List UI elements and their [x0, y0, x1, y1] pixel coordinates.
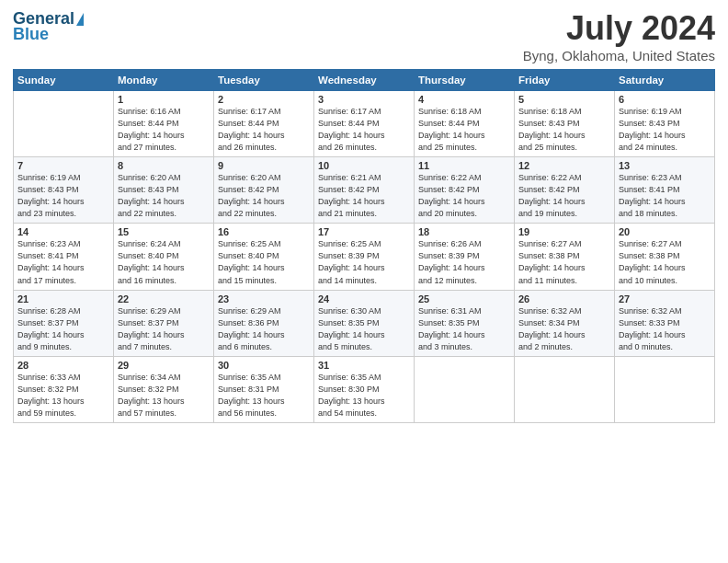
day-number: 22: [118, 293, 210, 304]
calendar-cell: 17Sunrise: 6:25 AM Sunset: 8:39 PM Dayli…: [314, 224, 415, 290]
day-info: Sunrise: 6:21 AM Sunset: 8:42 PM Dayligh…: [318, 172, 410, 220]
header-cell-tuesday: Tuesday: [214, 70, 314, 91]
day-number: 31: [318, 360, 410, 371]
calendar-cell: [415, 356, 515, 422]
page-container: General Blue July 2024 Byng, Oklahoma, U…: [0, 0, 728, 431]
day-number: 17: [318, 226, 410, 237]
logo-arrow-icon: [76, 13, 84, 26]
day-info: Sunrise: 6:25 AM Sunset: 8:40 PM Dayligh…: [218, 238, 310, 286]
week-row-5: 28Sunrise: 6:33 AM Sunset: 8:32 PM Dayli…: [14, 356, 715, 422]
day-number: 7: [17, 160, 109, 171]
logo: General Blue: [13, 9, 84, 44]
day-info: Sunrise: 6:30 AM Sunset: 8:35 PM Dayligh…: [318, 305, 410, 353]
week-row-1: 1Sunrise: 6:16 AM Sunset: 8:44 PM Daylig…: [14, 91, 715, 157]
day-number: 12: [518, 160, 610, 171]
calendar-cell: 6Sunrise: 6:19 AM Sunset: 8:43 PM Daylig…: [615, 91, 715, 157]
calendar-cell: 19Sunrise: 6:27 AM Sunset: 8:38 PM Dayli…: [515, 224, 615, 290]
day-number: 11: [418, 160, 510, 171]
day-number: 1: [118, 94, 210, 105]
day-info: Sunrise: 6:35 AM Sunset: 8:30 PM Dayligh…: [318, 372, 410, 419]
day-info: Sunrise: 6:33 AM Sunset: 8:32 PM Dayligh…: [17, 372, 109, 419]
calendar-cell: 13Sunrise: 6:23 AM Sunset: 8:41 PM Dayli…: [615, 157, 715, 224]
calendar-cell: 28Sunrise: 6:33 AM Sunset: 8:32 PM Dayli…: [14, 356, 114, 422]
day-number: 29: [118, 360, 210, 371]
day-number: 24: [318, 293, 410, 304]
day-number: 30: [218, 360, 310, 371]
day-info: Sunrise: 6:29 AM Sunset: 8:36 PM Dayligh…: [218, 305, 310, 353]
day-info: Sunrise: 6:22 AM Sunset: 8:42 PM Dayligh…: [418, 172, 510, 220]
day-info: Sunrise: 6:27 AM Sunset: 8:38 PM Dayligh…: [619, 238, 711, 286]
calendar-cell: 3Sunrise: 6:17 AM Sunset: 8:44 PM Daylig…: [314, 91, 415, 157]
day-info: Sunrise: 6:32 AM Sunset: 8:34 PM Dayligh…: [518, 305, 610, 353]
calendar-cell: [14, 91, 114, 157]
day-number: 16: [218, 226, 310, 237]
subtitle: Byng, Oklahoma, United States: [523, 48, 715, 63]
header-cell-sunday: Sunday: [14, 70, 114, 91]
main-title: July 2024: [523, 9, 715, 48]
calendar-cell: 24Sunrise: 6:30 AM Sunset: 8:35 PM Dayli…: [314, 290, 415, 356]
day-info: Sunrise: 6:19 AM Sunset: 8:43 PM Dayligh…: [17, 172, 109, 220]
calendar-cell: 21Sunrise: 6:28 AM Sunset: 8:37 PM Dayli…: [14, 290, 114, 356]
day-info: Sunrise: 6:20 AM Sunset: 8:42 PM Dayligh…: [218, 172, 310, 220]
day-number: 2: [218, 94, 310, 105]
calendar-cell: 27Sunrise: 6:32 AM Sunset: 8:33 PM Dayli…: [615, 290, 715, 356]
day-number: 5: [518, 94, 610, 105]
calendar-cell: 16Sunrise: 6:25 AM Sunset: 8:40 PM Dayli…: [214, 224, 314, 290]
day-number: 28: [17, 360, 109, 371]
calendar-cell: 15Sunrise: 6:24 AM Sunset: 8:40 PM Dayli…: [114, 224, 214, 290]
day-number: 10: [318, 160, 410, 171]
day-info: Sunrise: 6:34 AM Sunset: 8:32 PM Dayligh…: [118, 372, 210, 419]
day-number: 25: [418, 293, 510, 304]
calendar-cell: 1Sunrise: 6:16 AM Sunset: 8:44 PM Daylig…: [114, 91, 214, 157]
day-info: Sunrise: 6:18 AM Sunset: 8:43 PM Dayligh…: [518, 106, 610, 154]
day-info: Sunrise: 6:17 AM Sunset: 8:44 PM Dayligh…: [218, 106, 310, 154]
day-info: Sunrise: 6:32 AM Sunset: 8:33 PM Dayligh…: [619, 305, 711, 353]
day-number: 15: [118, 226, 210, 237]
calendar-cell: 22Sunrise: 6:29 AM Sunset: 8:37 PM Dayli…: [114, 290, 214, 356]
logo-blue-text: Blue: [13, 25, 49, 44]
header-row: SundayMondayTuesdayWednesdayThursdayFrid…: [14, 70, 715, 91]
calendar-cell: 31Sunrise: 6:35 AM Sunset: 8:30 PM Dayli…: [314, 356, 415, 422]
week-row-2: 7Sunrise: 6:19 AM Sunset: 8:43 PM Daylig…: [14, 157, 715, 224]
day-info: Sunrise: 6:27 AM Sunset: 8:38 PM Dayligh…: [518, 238, 610, 286]
calendar-cell: 12Sunrise: 6:22 AM Sunset: 8:42 PM Dayli…: [515, 157, 615, 224]
day-info: Sunrise: 6:16 AM Sunset: 8:44 PM Dayligh…: [118, 106, 210, 154]
day-number: 3: [318, 94, 410, 105]
day-number: 8: [118, 160, 210, 171]
header-cell-monday: Monday: [114, 70, 214, 91]
day-number: 6: [619, 94, 711, 105]
calendar-cell: [515, 356, 615, 422]
header-cell-thursday: Thursday: [415, 70, 515, 91]
calendar-cell: 9Sunrise: 6:20 AM Sunset: 8:42 PM Daylig…: [214, 157, 314, 224]
day-info: Sunrise: 6:25 AM Sunset: 8:39 PM Dayligh…: [318, 238, 410, 286]
header-cell-saturday: Saturday: [615, 70, 715, 91]
calendar-cell: 5Sunrise: 6:18 AM Sunset: 8:43 PM Daylig…: [515, 91, 615, 157]
week-row-4: 21Sunrise: 6:28 AM Sunset: 8:37 PM Dayli…: [14, 290, 715, 356]
day-number: 21: [17, 293, 109, 304]
calendar-cell: 23Sunrise: 6:29 AM Sunset: 8:36 PM Dayli…: [214, 290, 314, 356]
day-info: Sunrise: 6:23 AM Sunset: 8:41 PM Dayligh…: [17, 238, 109, 286]
day-info: Sunrise: 6:22 AM Sunset: 8:42 PM Dayligh…: [518, 172, 610, 220]
calendar-cell: 11Sunrise: 6:22 AM Sunset: 8:42 PM Dayli…: [415, 157, 515, 224]
day-number: 13: [619, 160, 711, 171]
calendar-cell: 30Sunrise: 6:35 AM Sunset: 8:31 PM Dayli…: [214, 356, 314, 422]
day-number: 18: [418, 226, 510, 237]
day-info: Sunrise: 6:19 AM Sunset: 8:43 PM Dayligh…: [619, 106, 711, 154]
day-info: Sunrise: 6:31 AM Sunset: 8:35 PM Dayligh…: [418, 305, 510, 353]
calendar-cell: 25Sunrise: 6:31 AM Sunset: 8:35 PM Dayli…: [415, 290, 515, 356]
calendar-cell: 18Sunrise: 6:26 AM Sunset: 8:39 PM Dayli…: [415, 224, 515, 290]
day-info: Sunrise: 6:24 AM Sunset: 8:40 PM Dayligh…: [118, 238, 210, 286]
day-number: 19: [518, 226, 610, 237]
day-number: 4: [418, 94, 510, 105]
day-info: Sunrise: 6:17 AM Sunset: 8:44 PM Dayligh…: [318, 106, 410, 154]
calendar-cell: 20Sunrise: 6:27 AM Sunset: 8:38 PM Dayli…: [615, 224, 715, 290]
day-info: Sunrise: 6:29 AM Sunset: 8:37 PM Dayligh…: [118, 305, 210, 353]
day-number: 27: [619, 293, 711, 304]
week-row-3: 14Sunrise: 6:23 AM Sunset: 8:41 PM Dayli…: [14, 224, 715, 290]
day-number: 14: [17, 226, 109, 237]
day-info: Sunrise: 6:35 AM Sunset: 8:31 PM Dayligh…: [218, 372, 310, 419]
header: General Blue July 2024 Byng, Oklahoma, U…: [13, 9, 715, 63]
calendar-cell: 8Sunrise: 6:20 AM Sunset: 8:43 PM Daylig…: [114, 157, 214, 224]
header-cell-friday: Friday: [515, 70, 615, 91]
title-block: July 2024 Byng, Oklahoma, United States: [523, 9, 715, 63]
